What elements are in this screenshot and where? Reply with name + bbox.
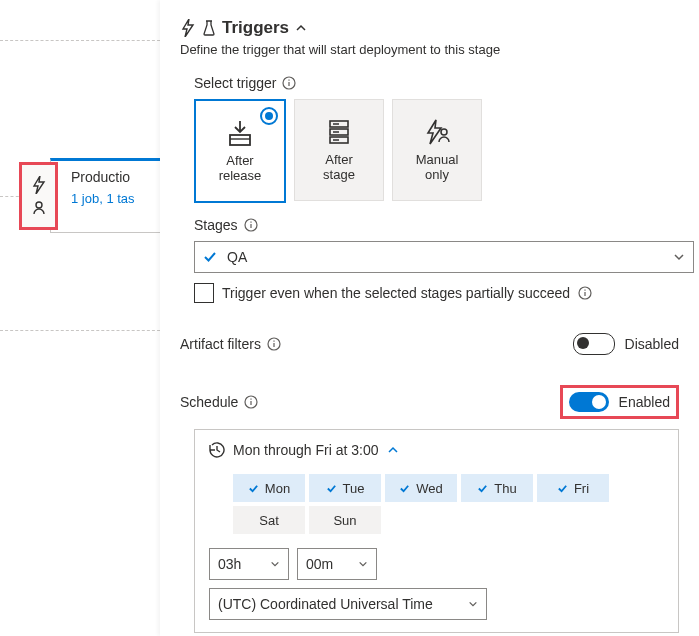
svg-rect-10 [250,224,251,228]
day-wed[interactable]: Wed [385,474,457,502]
svg-rect-3 [289,80,290,81]
schedule-summary-row[interactable]: Mon through Fri at 3:00 [209,442,664,458]
day-tue[interactable]: Tue [309,474,381,502]
server-icon [323,117,355,147]
info-icon[interactable] [267,337,281,351]
svg-rect-4 [230,135,250,145]
chevron-up-icon [387,444,399,456]
day-label: Wed [416,481,443,496]
schedule-label: Schedule [180,394,238,410]
svg-point-0 [36,202,42,208]
schedule-summary: Mon through Fri at 3:00 [233,442,379,458]
svg-rect-2 [289,82,290,86]
svg-rect-11 [250,222,251,223]
day-label: Fri [574,481,589,496]
artifact-filters-label: Artifact filters [180,336,261,352]
stage-subtext: 1 job, 1 tas [71,191,135,206]
chevron-down-icon [673,251,685,263]
checkmark-icon [326,483,337,494]
clock-history-icon [209,442,225,458]
schedule-enabled-highlight: Enabled [560,385,679,419]
stages-selected: QA [227,249,247,265]
trigger-option-label: After release [219,154,262,184]
info-icon[interactable] [282,76,296,90]
lightning-icon [31,176,47,194]
artifact-filters-toggle[interactable] [573,333,615,355]
radio-selected-icon [260,107,278,125]
svg-rect-17 [273,341,274,342]
person-icon [31,200,47,216]
artifact-filters-state: Disabled [625,336,679,352]
svg-rect-20 [251,399,252,400]
checkmark-icon [399,483,410,494]
partial-succeed-checkbox[interactable] [194,283,214,303]
info-icon[interactable] [244,395,258,409]
info-icon[interactable] [578,286,592,300]
day-sun[interactable]: Sun [309,506,381,534]
trigger-option-label: After stage [323,153,355,183]
checkmark-icon [203,250,217,264]
checkmark-icon [248,483,259,494]
svg-rect-19 [251,401,252,405]
hour-value: 03h [218,556,241,572]
svg-point-8 [441,129,447,135]
minute-dropdown[interactable]: 00m [297,548,377,580]
chevron-down-icon [468,599,478,609]
trigger-option-after-stage[interactable]: After stage [294,99,384,201]
stage-predeploy-icon-box[interactable] [19,162,58,230]
partial-succeed-label: Trigger even when the selected stages pa… [222,285,570,301]
download-package-icon [224,118,256,148]
lightning-person-icon [421,117,453,147]
checkmark-icon [477,483,488,494]
hour-dropdown[interactable]: 03h [209,548,289,580]
flask-icon [202,20,216,36]
panel-title-row[interactable]: Triggers [180,18,679,38]
chevron-down-icon [270,559,280,569]
day-label: Tue [343,481,365,496]
trigger-option-after-release[interactable]: After release [194,99,286,203]
trigger-option-manual-only[interactable]: Manual only [392,99,482,201]
chevron-down-icon [358,559,368,569]
triggers-panel: Triggers Define the trigger that will st… [160,0,699,636]
lightning-bolt-icon [180,19,196,37]
select-trigger-label: Select trigger [194,75,276,91]
stage-name: Productio [71,169,135,185]
day-fri[interactable]: Fri [537,474,609,502]
checkmark-icon [557,483,568,494]
stage-card-production[interactable]: Productio 1 job, 1 tas [50,158,162,233]
timezone-value: (UTC) Coordinated Universal Time [218,596,433,612]
svg-rect-14 [585,290,586,291]
day-sat[interactable]: Sat [233,506,305,534]
day-label: Thu [494,481,516,496]
trigger-option-label: Manual only [416,153,459,183]
day-mon[interactable]: Mon [233,474,305,502]
panel-title: Triggers [222,18,289,38]
svg-rect-16 [273,343,274,347]
schedule-toggle[interactable] [569,392,609,412]
minute-value: 00m [306,556,333,572]
stages-dropdown[interactable]: QA [194,241,694,273]
stages-label: Stages [194,217,238,233]
schedule-box: Mon through Fri at 3:00 Mon Tue Wed [194,429,679,633]
day-label: Sat [259,513,279,528]
day-label: Sun [333,513,356,528]
day-thu[interactable]: Thu [461,474,533,502]
panel-subtitle: Define the trigger that will start deplo… [180,42,679,57]
info-icon[interactable] [244,218,258,232]
schedule-state: Enabled [619,394,670,410]
day-label: Mon [265,481,290,496]
chevron-up-icon [295,22,307,34]
timezone-dropdown[interactable]: (UTC) Coordinated Universal Time [209,588,487,620]
svg-rect-13 [585,292,586,296]
